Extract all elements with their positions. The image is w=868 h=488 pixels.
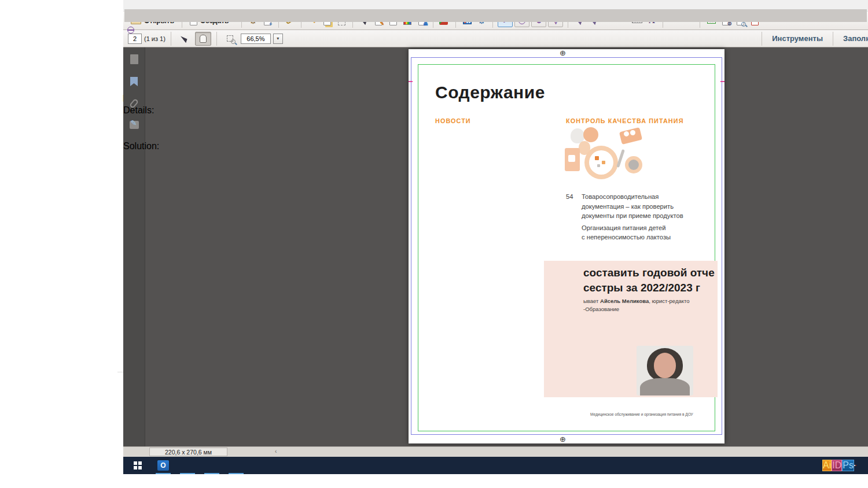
indesign-icon[interactable]: ID	[832, 460, 842, 471]
select-tool-button[interactable]	[176, 32, 193, 46]
photoshop-icon[interactable]: Ps	[842, 460, 854, 471]
zoom-level-input[interactable]: 66,5%	[241, 34, 271, 44]
divider	[216, 32, 217, 46]
toc-section-quality: КОНТРОЛЬ КАЧЕСТВА ПИТАНИЯ	[566, 117, 684, 124]
signatures-icon[interactable]	[130, 121, 139, 129]
crop-mark	[720, 81, 724, 82]
outlook-icon: O	[157, 460, 169, 471]
toc-qc-item-2: Организация питания детейс непереносимос…	[582, 224, 671, 242]
tools-tab[interactable]: Инструменты	[765, 34, 830, 43]
details-section-header[interactable]: Details:	[123, 105, 154, 116]
page-nav-toolbar: 2 (1 из 1) 66,5% ▾ Инструменты Заполн	[123, 30, 868, 47]
acrobat-window: Открыть ❏Создать▾ ⚙ ＋ ↪ ✎ ✓ 🖶 ✓▾ ⚙ ✓ ⚙ ▽…	[123, 0, 868, 474]
crop-mark	[409, 81, 413, 82]
scroll-left-icon[interactable]: ‹	[275, 448, 277, 454]
pdf-page: ⊕ ⊕ Содержание НОВОСТИ КОНТРОЛЬ КАЧЕСТВА…	[409, 49, 724, 443]
taskbar-app-sphere[interactable]	[178, 457, 197, 474]
feature-byline: ывает Айсель Меликова, юрист-редакто	[583, 298, 690, 304]
status-bar: 220,6 x 270,6 мм ‹	[123, 446, 868, 457]
windows-logo-icon	[134, 461, 142, 469]
taskbar-explorer[interactable]	[202, 457, 222, 474]
toc-page-number: 54	[566, 192, 582, 221]
divider	[833, 32, 833, 46]
sphere-icon	[182, 460, 193, 471]
divider	[762, 32, 762, 46]
fill-sign-tab[interactable]: Заполн	[836, 34, 868, 43]
divider	[171, 32, 171, 46]
acrobat-dark-icon[interactable]	[855, 465, 856, 466]
screenshot-root: Открыть ❏Создать▾ ⚙ ＋ ↪ ✎ ✓ 🖶 ✓▾ ⚙ ✓ ⚙ ▽…	[0, 0, 868, 488]
registration-mark-bottom: ⊕	[560, 435, 566, 443]
hand-tool-button[interactable]	[195, 32, 211, 46]
page-number-input[interactable]: 2	[128, 34, 142, 44]
page-count-label: (1 из 1)	[144, 35, 165, 42]
toc-section-news: НОВОСТИ	[435, 117, 471, 124]
windows-taskbar: O Ai ID Ps	[123, 457, 868, 474]
zoom-marquee-button[interactable]	[222, 32, 238, 46]
page-footer-text: Медицинское обслуживание и организация п…	[590, 412, 693, 416]
taskbar-outlook[interactable]: O	[153, 457, 173, 474]
illustrator-icon[interactable]: Ai	[822, 460, 832, 471]
document-area: ⊕ ⊕ Содержание НОВОСТИ КОНТРОЛЬ КАЧЕСТВА…	[123, 47, 868, 446]
toc-title: Содержание	[435, 83, 545, 102]
hand-icon	[200, 35, 207, 43]
food-illustration	[564, 126, 645, 184]
bookmarks-icon[interactable]	[130, 77, 138, 86]
solution-section-header[interactable]: Solution:	[123, 141, 159, 151]
registration-mark-top: ⊕	[560, 49, 566, 57]
page-thumbnails-icon[interactable]	[130, 54, 138, 64]
author-photo	[637, 346, 693, 395]
page-dimensions: 220,6 x 270,6 мм	[149, 448, 227, 456]
toc-qc-item: 54 Товаросопроводительнаядокументация – …	[566, 192, 711, 221]
start-button[interactable]	[128, 457, 148, 474]
taskbar-acrobat[interactable]	[226, 457, 246, 474]
feature-article-box: составить годовой отчесестры за 2022/202…	[544, 261, 718, 397]
zoom-dropdown-button[interactable]: ▾	[273, 34, 283, 44]
